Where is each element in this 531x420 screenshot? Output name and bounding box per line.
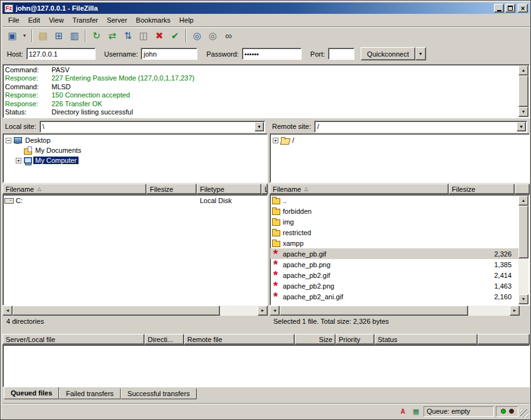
sort-ascending-icon: △: [304, 186, 308, 192]
resize-grip[interactable]: [520, 409, 528, 417]
remote-file-row[interactable]: apache_pb.gif 2,326: [270, 248, 520, 259]
quickconnect-button[interactable]: Quickconnect: [361, 47, 415, 60]
menu-server[interactable]: Server: [102, 15, 131, 25]
menu-file[interactable]: File: [4, 15, 24, 25]
site-manager-icon[interactable]: ▣: [5, 28, 19, 43]
username-input[interactable]: [141, 48, 197, 60]
column-header-priority[interactable]: Priority: [336, 334, 375, 345]
scroll-left-icon[interactable]: ◄: [270, 306, 280, 316]
search-icon[interactable]: ◎: [205, 28, 220, 43]
column-header-remote-file[interactable]: Remote file: [184, 334, 295, 345]
remote-site-combo[interactable]: / ▼: [314, 121, 527, 133]
remote-list-scrollbar[interactable]: ▲ ▼: [518, 196, 528, 304]
filter-icon[interactable]: ◎: [190, 28, 204, 43]
menu-bookmarks[interactable]: Bookmarks: [131, 15, 175, 25]
local-list-header: Filename△ Filesize Filetype L: [3, 184, 268, 194]
toggle-logview-icon[interactable]: ▤: [36, 28, 50, 43]
mydocs-icon: [23, 146, 33, 155]
column-header-filler: [515, 184, 530, 194]
desktop-icon: [13, 136, 23, 145]
scroll-down-icon[interactable]: ▼: [518, 294, 528, 304]
menu-transfer[interactable]: Transfer: [68, 15, 102, 25]
log-scrollbar[interactable]: ▲ ▼: [518, 65, 528, 117]
scroll-up-icon[interactable]: ▲: [518, 65, 528, 75]
transfertype-binary-icon[interactable]: ▦: [410, 406, 422, 417]
local-file-list: C: Local Disk: [3, 194, 268, 306]
column-header-filename[interactable]: Filename△: [270, 184, 449, 194]
remote-file-row[interactable]: forbidden: [270, 206, 520, 216]
tree-item[interactable]: − Desktop: [4, 135, 267, 145]
tab-successful-transfers[interactable]: Successful transfers: [121, 389, 197, 399]
upload-icon[interactable]: ⇅: [121, 28, 135, 43]
maximize-button[interactable]: [505, 4, 515, 13]
send-led-icon: [509, 409, 514, 414]
scroll-up-icon[interactable]: ▲: [518, 196, 528, 206]
chevron-down-icon[interactable]: ▼: [517, 122, 526, 131]
expand-box[interactable]: +: [273, 138, 278, 143]
column-header-last-modified[interactable]: L: [261, 184, 268, 194]
remote-file-row[interactable]: apache_pb2.gif 2,414: [270, 270, 520, 280]
remote-hscrollbar[interactable]: ◄ ►: [270, 306, 520, 316]
imgfile-icon: [271, 271, 282, 279]
column-header-server-local-file[interactable]: Server/Local file: [3, 334, 145, 345]
transfer-queue-list[interactable]: [3, 345, 530, 387]
quickconnect-dropdown-button[interactable]: ▼: [415, 47, 426, 60]
toggle-queueview-icon[interactable]: ▥: [67, 28, 82, 43]
local-hscroll-thumb[interactable]: [13, 306, 220, 316]
remote-scroll-thumb[interactable]: [518, 206, 528, 258]
password-input[interactable]: [242, 48, 302, 60]
scroll-right-icon[interactable]: ►: [258, 306, 268, 316]
toggle-treeview-icon[interactable]: ⊞: [52, 28, 66, 43]
column-header-filetype[interactable]: Filetype: [197, 184, 261, 194]
tree-item[interactable]: + My Computer: [4, 155, 267, 165]
tab-queued-files[interactable]: Queued files: [4, 387, 59, 399]
scroll-left-icon[interactable]: ◄: [3, 306, 13, 316]
local-hscrollbar[interactable]: ◄ ►: [3, 306, 268, 316]
remote-file-row[interactable]: xampp: [270, 238, 520, 248]
expand-box[interactable]: +: [16, 158, 21, 163]
log-scroll-thumb[interactable]: [518, 75, 528, 107]
transfertype-ascii-icon[interactable]: A: [397, 406, 408, 417]
remote-file-row[interactable]: ..: [270, 195, 520, 206]
verify-icon[interactable]: ✔: [168, 28, 182, 43]
filezilla-window: Fz john@127.0.0.1 - FileZilla × FileEdit…: [0, 0, 531, 420]
column-header-direction[interactable]: Directi...: [145, 334, 184, 345]
remote-file-row[interactable]: img: [270, 216, 520, 227]
disk-icon: [4, 196, 14, 204]
menu-edit[interactable]: Edit: [24, 15, 45, 25]
cancel-icon[interactable]: ✖: [152, 28, 167, 43]
refresh-icon[interactable]: ↻: [89, 28, 104, 43]
remote-file-row[interactable]: apache_pb.png 1,385: [270, 259, 520, 270]
remote-hscroll-thumb[interactable]: [280, 306, 468, 316]
local-file-row[interactable]: C: Local Disk: [3, 195, 267, 206]
column-header-filesize[interactable]: Filesize: [146, 184, 197, 194]
chevron-down-icon[interactable]: ▼: [255, 122, 264, 131]
column-header-filesize[interactable]: Filesize: [449, 184, 515, 194]
tree-item[interactable]: + /: [271, 135, 529, 145]
column-header-filename[interactable]: Filename△: [3, 184, 146, 194]
find-binoculars-icon[interactable]: ∞: [221, 28, 236, 43]
column-header-size[interactable]: Size: [295, 334, 336, 345]
tab-failed-transfers[interactable]: Failed transfers: [59, 389, 121, 399]
remote-file-row[interactable]: apache_pb2.png 1,463: [270, 280, 520, 291]
column-header-status[interactable]: Status: [375, 334, 478, 345]
remote-file-row[interactable]: restricted: [270, 227, 520, 238]
username-label: Username:: [104, 50, 138, 58]
host-input[interactable]: [26, 48, 96, 60]
menu-help[interactable]: Help: [175, 15, 198, 25]
process-queue-icon[interactable]: ⇄: [105, 28, 119, 43]
site-manager-dropdown-icon[interactable]: ▼: [21, 28, 28, 43]
minimize-button[interactable]: [494, 4, 504, 13]
compare-icon[interactable]: ◫: [136, 28, 151, 43]
scroll-right-icon[interactable]: ►: [510, 306, 520, 316]
close-button[interactable]: ×: [518, 4, 528, 13]
tree-item[interactable]: My Documents: [4, 145, 267, 155]
folder-icon: [271, 239, 282, 247]
titlebar[interactable]: Fz john@127.0.0.1 - FileZilla ×: [3, 3, 530, 14]
scroll-down-icon[interactable]: ▼: [518, 107, 528, 117]
menu-view[interactable]: View: [45, 15, 68, 25]
expand-box[interactable]: −: [6, 138, 11, 143]
port-input[interactable]: [328, 48, 354, 60]
local-site-combo[interactable]: \ ▼: [40, 121, 265, 133]
remote-file-row[interactable]: apache_pb2_ani.gif 2,160: [270, 291, 520, 302]
